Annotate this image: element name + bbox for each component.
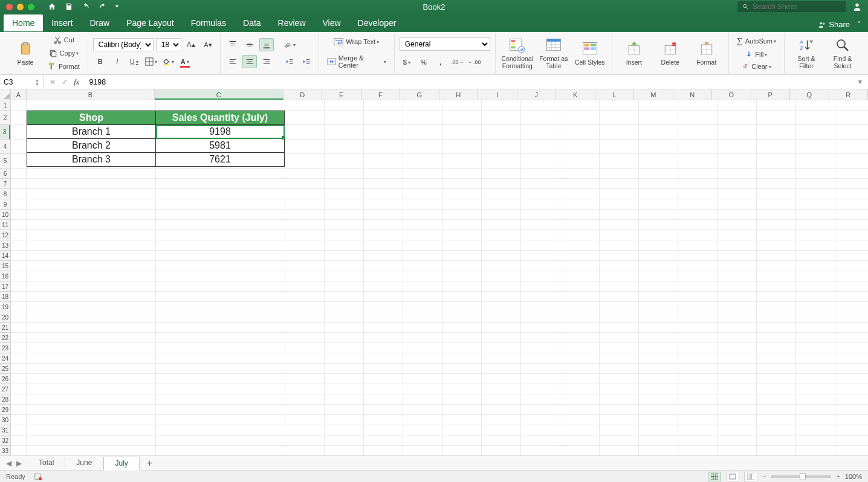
- row-header[interactable]: 33: [0, 446, 10, 455]
- row-header[interactable]: 16: [0, 271, 10, 281]
- undo-icon[interactable]: [82, 2, 90, 11]
- column-header[interactable]: H: [439, 89, 479, 100]
- column-header[interactable]: C: [155, 89, 283, 100]
- row-header[interactable]: 21: [0, 323, 10, 333]
- increase-indent-icon[interactable]: [299, 55, 314, 68]
- ribbon-tab-insert[interactable]: Insert: [43, 14, 81, 31]
- row-header[interactable]: 10: [0, 210, 10, 220]
- row-header[interactable]: 9: [0, 199, 10, 210]
- row-header[interactable]: 18: [0, 292, 10, 302]
- sheet-nav-prev-icon[interactable]: ◀: [6, 459, 11, 468]
- ribbon-tab-review[interactable]: Review: [270, 14, 314, 31]
- row-header[interactable]: 29: [0, 405, 10, 415]
- row-header[interactable]: 25: [0, 364, 10, 374]
- formula-input[interactable]: [85, 78, 852, 86]
- align-left-icon[interactable]: [225, 55, 240, 68]
- column-header[interactable]: O: [712, 89, 751, 100]
- fill-button[interactable]: Fill: [734, 49, 779, 60]
- sheet-tab-june[interactable]: June: [65, 457, 103, 470]
- row-header[interactable]: 11: [0, 220, 10, 230]
- share-button[interactable]: Share: [818, 20, 850, 29]
- column-header[interactable]: R: [829, 89, 869, 100]
- font-color-button[interactable]: A: [178, 55, 192, 68]
- row-header[interactable]: 6: [0, 169, 10, 179]
- row-header[interactable]: 14: [0, 251, 10, 261]
- row-header[interactable]: 28: [0, 394, 10, 405]
- column-header[interactable]: I: [478, 89, 517, 100]
- home-icon[interactable]: [48, 2, 56, 11]
- ribbon-tab-view[interactable]: View: [314, 14, 349, 31]
- borders-button[interactable]: [144, 55, 158, 68]
- autosum-button[interactable]: ∑AutoSum: [734, 34, 779, 48]
- sort-filter-button[interactable]: AZSort & Filter: [789, 33, 823, 72]
- row-header[interactable]: 3: [0, 125, 10, 140]
- percent-icon[interactable]: %: [416, 56, 431, 69]
- name-box-down-icon[interactable]: ▼: [35, 82, 39, 86]
- decrease-indent-icon[interactable]: [282, 55, 297, 68]
- column-header[interactable]: N: [673, 89, 713, 100]
- minimize-window-icon[interactable]: [17, 4, 24, 10]
- increase-decimal-icon[interactable]: .00→: [450, 56, 465, 69]
- row-header[interactable]: 8: [0, 189, 10, 199]
- column-header[interactable]: E: [322, 89, 361, 100]
- row-header[interactable]: 23: [0, 343, 10, 353]
- row-headers[interactable]: 1234567891011121314151617181920212223242…: [0, 100, 11, 455]
- select-all-corner[interactable]: [0, 89, 11, 100]
- row-header[interactable]: 30: [0, 415, 10, 425]
- column-header[interactable]: P: [751, 89, 791, 100]
- table-cell[interactable]: Branch 3: [27, 153, 156, 167]
- table-cell[interactable]: Branch 1: [27, 125, 156, 139]
- ribbon-tab-home[interactable]: Home: [4, 14, 43, 31]
- clear-button[interactable]: Clear: [734, 61, 779, 72]
- name-box-up-icon[interactable]: ▲: [35, 78, 39, 82]
- maximize-window-icon[interactable]: [28, 4, 34, 10]
- wrap-text-button[interactable]: Wrap Text: [324, 36, 389, 48]
- copy-button[interactable]: Copy: [45, 47, 83, 59]
- align-top-icon[interactable]: [225, 38, 240, 51]
- fx-icon[interactable]: fx: [74, 77, 79, 87]
- column-header[interactable]: L: [595, 89, 635, 100]
- ribbon-tab-data[interactable]: Data: [235, 14, 270, 31]
- column-header[interactable]: Q: [790, 89, 829, 100]
- redo-icon[interactable]: [99, 2, 107, 11]
- row-header[interactable]: 1: [0, 100, 10, 111]
- cancel-formula-icon[interactable]: ✕: [50, 78, 56, 86]
- delete-cells-button[interactable]: Delete: [653, 37, 687, 69]
- decrease-font-icon[interactable]: A▾: [201, 38, 215, 51]
- row-header[interactable]: 13: [0, 240, 10, 251]
- table-header[interactable]: Shop: [27, 111, 156, 125]
- sheet-nav-next-icon[interactable]: ▶: [16, 459, 22, 468]
- align-right-icon[interactable]: [259, 55, 274, 68]
- row-header[interactable]: 2: [0, 111, 10, 125]
- table-cell[interactable]: 9198: [156, 125, 285, 139]
- row-header[interactable]: 31: [0, 425, 10, 435]
- spreadsheet-grid[interactable]: ABCDEFGHIJKLMNOPQR 123456789101112131415…: [0, 89, 868, 455]
- ribbon-tab-draw[interactable]: Draw: [81, 14, 118, 31]
- zoom-in-icon[interactable]: +: [836, 473, 840, 480]
- add-sheet-button[interactable]: +: [140, 458, 160, 469]
- account-icon[interactable]: [852, 2, 862, 11]
- column-headers[interactable]: ABCDEFGHIJKLMNOPQR: [11, 89, 868, 100]
- row-header[interactable]: 26: [0, 374, 10, 384]
- fill-color-button[interactable]: [161, 55, 175, 68]
- sheet-tab-total[interactable]: Total: [28, 457, 65, 470]
- row-header[interactable]: 24: [0, 353, 10, 364]
- ribbon-tab-formulas[interactable]: Formulas: [183, 14, 235, 31]
- paste-button[interactable]: Paste: [8, 37, 42, 69]
- format-cells-button[interactable]: Format: [690, 37, 724, 69]
- currency-icon[interactable]: $: [400, 56, 414, 69]
- row-header[interactable]: 32: [0, 435, 10, 446]
- search-sheet-box[interactable]: [737, 1, 846, 12]
- insert-cells-button[interactable]: Insert: [617, 37, 651, 69]
- table-cell[interactable]: Branch 2: [27, 139, 156, 153]
- row-header[interactable]: 15: [0, 261, 10, 271]
- ribbon-tab-developer[interactable]: Developer: [349, 14, 405, 31]
- row-header[interactable]: 4: [0, 140, 10, 154]
- qat-customize-icon[interactable]: ▾: [115, 2, 124, 11]
- cell-styles-button[interactable]: Cell Styles: [573, 37, 607, 69]
- font-size-select[interactable]: 18: [156, 38, 181, 51]
- merge-center-button[interactable]: Merge & Center: [324, 53, 389, 71]
- column-header[interactable]: B: [27, 89, 155, 100]
- bold-button[interactable]: B: [93, 55, 108, 68]
- align-middle-icon[interactable]: [242, 38, 257, 51]
